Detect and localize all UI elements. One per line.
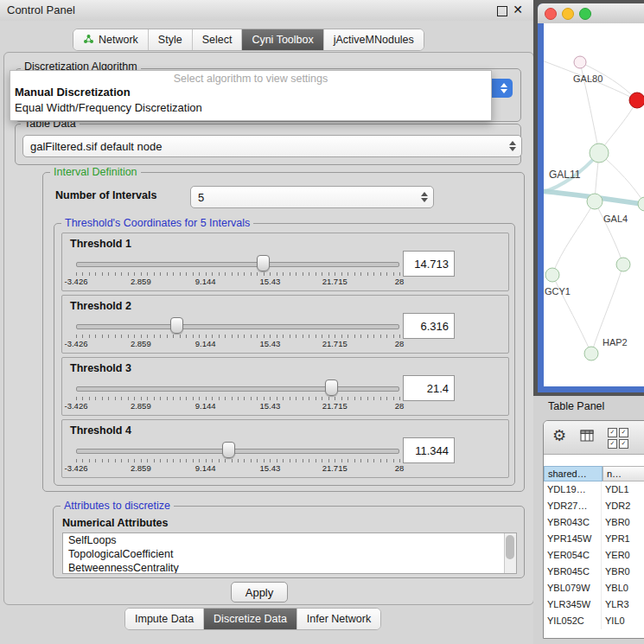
table-cell: YBL079W bbox=[544, 580, 602, 596]
scrollbar[interactable] bbox=[504, 533, 516, 573]
apply-button[interactable]: Apply bbox=[231, 582, 288, 603]
table-row[interactable]: YBR045CYBR0 bbox=[544, 564, 644, 580]
table-cell: YBR0 bbox=[602, 564, 644, 580]
threshold-label: Threshold 1 bbox=[70, 238, 131, 250]
dropdown-option-equal-width-frequency[interactable]: Equal Width/Frequency Discretization bbox=[10, 100, 491, 116]
tab-discretize-data[interactable]: Discretize Data bbox=[204, 609, 297, 629]
window-title: Control Panel bbox=[7, 3, 75, 16]
tab-select[interactable]: Select bbox=[193, 29, 243, 50]
close-icon[interactable]: ✕ bbox=[513, 3, 523, 16]
network-canvas[interactable]: GAL80 GAL11 GAL4 GCY1 HAP2 bbox=[544, 23, 644, 386]
node-label: GAL11 bbox=[549, 169, 581, 181]
table-row[interactable]: YIL052CYIL0 bbox=[544, 613, 644, 629]
select-all-icon[interactable]: ✓ bbox=[608, 428, 617, 437]
threshold-value-field[interactable]: 11.344 bbox=[403, 437, 455, 463]
select-none-icon[interactable]: ✓ bbox=[619, 428, 628, 437]
numerical-attributes-list[interactable]: SelfLoopsTopologicalCoefficientBetweenne… bbox=[62, 532, 517, 574]
zoom-button[interactable] bbox=[579, 8, 591, 20]
table-row[interactable]: YDR27…YDR2 bbox=[544, 498, 644, 514]
tab-bar: Network Style Select Cyni Toolbox jActiv… bbox=[73, 29, 424, 51]
table-rows: YDL19…YDL1YDR27…YDR2YBR043CYBR0YPR145WYP… bbox=[544, 481, 644, 638]
table-row[interactable]: YBL079WYBL0 bbox=[544, 580, 644, 596]
numerical-attributes-label: Numerical Attributes bbox=[62, 517, 168, 529]
tab-infer-network[interactable]: Infer Network bbox=[297, 609, 380, 629]
dropdown-header: Select algorithm to view settings bbox=[10, 71, 491, 85]
slider-thumb[interactable] bbox=[170, 317, 183, 334]
minimize-button[interactable] bbox=[562, 8, 574, 20]
threshold-slider[interactable] bbox=[76, 255, 399, 271]
tab-network[interactable]: Network bbox=[73, 29, 149, 50]
tick-label: 28 bbox=[395, 277, 405, 286]
threshold-value-field[interactable]: 21.4 bbox=[403, 375, 455, 401]
threshold-panel: Threshold 1 -3.4262.8599.14415.4321.7152… bbox=[61, 233, 509, 291]
tick-label: 21.715 bbox=[322, 463, 348, 473]
panel-body: Discretization Algorithm Select algorith… bbox=[3, 52, 534, 605]
network-node[interactable] bbox=[638, 197, 644, 211]
dropdown-option-manual-discretization[interactable]: Manual Discretization bbox=[10, 85, 491, 100]
slider-thumb[interactable] bbox=[257, 255, 270, 271]
tick-label: 9.144 bbox=[195, 339, 216, 348]
network-node-selected[interactable] bbox=[629, 92, 644, 108]
slider-track[interactable] bbox=[76, 449, 399, 454]
table-row[interactable]: YDL19…YDL1 bbox=[544, 481, 644, 498]
column-selector-icon[interactable] bbox=[580, 430, 594, 445]
threshold-slider[interactable] bbox=[76, 317, 399, 333]
select-row-icon[interactable]: ✓ bbox=[608, 439, 617, 449]
slider-track[interactable] bbox=[76, 386, 399, 392]
column-header-name[interactable]: n… bbox=[603, 466, 644, 481]
tick-label: 28 bbox=[395, 401, 405, 411]
scrollbar-thumb[interactable] bbox=[506, 535, 514, 559]
table-cell: YIL052C bbox=[544, 613, 602, 629]
tab-style[interactable]: Style bbox=[149, 29, 193, 50]
table-cell: YIL0 bbox=[602, 613, 644, 629]
tab-impute-data[interactable]: Impute Data bbox=[125, 609, 204, 629]
node-label: HAP2 bbox=[603, 337, 628, 348]
close-button[interactable] bbox=[545, 8, 557, 20]
slider-track[interactable] bbox=[76, 262, 399, 267]
table-row[interactable]: YLR345WYLR3 bbox=[544, 596, 644, 613]
tick-label: 9.144 bbox=[195, 277, 216, 286]
tab-jactivemnodules[interactable]: jActiveMNodules bbox=[324, 29, 424, 50]
num-intervals-combobox[interactable]: 5 bbox=[190, 186, 434, 208]
list-item[interactable]: TopologicalCoefficient bbox=[63, 547, 516, 561]
float-window-icon[interactable] bbox=[497, 6, 507, 16]
table-data-combobox[interactable]: galFiltered.sif default node bbox=[22, 135, 522, 157]
tick-label: -3.426 bbox=[65, 463, 88, 473]
tab-label: Discretize Data bbox=[214, 613, 287, 625]
threshold-value-field[interactable]: 14.713 bbox=[403, 251, 455, 277]
table-cell: YDL1 bbox=[602, 481, 644, 498]
tick-label: 15.43 bbox=[260, 463, 281, 473]
list-item[interactable]: BetweennessCentrality bbox=[63, 561, 516, 574]
thresholds-group-label: Threshold's Coordinates for 5 Intervals bbox=[61, 217, 253, 229]
list-item[interactable]: SelfLoops bbox=[63, 533, 516, 547]
network-node[interactable] bbox=[584, 347, 598, 360]
network-node[interactable] bbox=[574, 56, 586, 68]
deselect-row-icon[interactable]: ✓ bbox=[619, 439, 628, 449]
table-cell: YDR2 bbox=[602, 498, 644, 514]
settings-gear-icon[interactable]: ⚙ bbox=[552, 427, 566, 444]
network-node[interactable] bbox=[616, 258, 630, 271]
tick-label: 28 bbox=[395, 339, 405, 348]
table-row[interactable]: YBR043CYBR0 bbox=[544, 514, 644, 531]
tab-cyni-toolbox[interactable]: Cyni Toolbox bbox=[242, 29, 323, 50]
network-node[interactable] bbox=[590, 143, 609, 163]
table-row[interactable]: YER054CYER0 bbox=[544, 547, 644, 564]
tick-label: 28 bbox=[395, 463, 405, 473]
tab-label: Impute Data bbox=[135, 613, 194, 625]
network-node[interactable] bbox=[587, 194, 603, 209]
table-row[interactable]: YPR145WYPR1 bbox=[544, 531, 644, 547]
slider-thumb[interactable] bbox=[325, 379, 338, 396]
slider-thumb[interactable] bbox=[222, 442, 235, 458]
tick-label: -3.426 bbox=[65, 339, 88, 348]
threshold-value-field[interactable]: 6.316 bbox=[403, 313, 455, 339]
column-header-shared[interactable]: shared… bbox=[544, 466, 603, 481]
attributes-group-label: Attributes to discretize bbox=[61, 500, 174, 512]
table-cell: YBR045C bbox=[544, 564, 602, 580]
network-node[interactable] bbox=[545, 268, 559, 282]
tab-label: Style bbox=[158, 34, 182, 46]
threshold-slider[interactable] bbox=[76, 442, 399, 457]
threshold-slider[interactable] bbox=[76, 379, 399, 395]
slider-track[interactable] bbox=[76, 324, 399, 329]
slider-ticks bbox=[76, 272, 400, 276]
threshold-label: Threshold 2 bbox=[70, 300, 131, 312]
